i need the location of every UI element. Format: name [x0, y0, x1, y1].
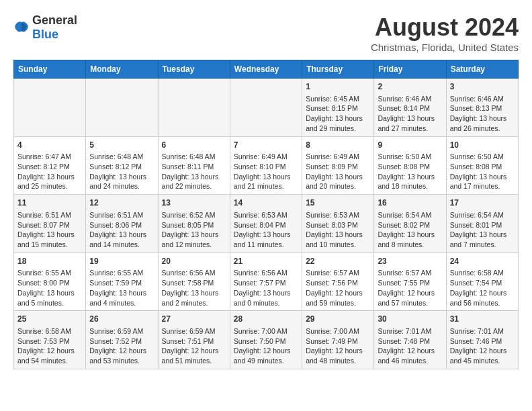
title-block: August 2024 Christmas, Florida, United S…	[371, 13, 519, 53]
day-number: 23	[378, 256, 442, 267]
week-row-5: 25Sunrise: 6:58 AMSunset: 7:53 PMDayligh…	[14, 311, 519, 369]
day-info: Sunrise: 6:54 AM	[378, 210, 442, 220]
day-info: Sunset: 8:11 PM	[162, 162, 226, 172]
day-cell-7: 7Sunrise: 6:49 AMSunset: 8:10 PMDaylight…	[230, 136, 302, 195]
day-info: Sunrise: 6:47 AM	[17, 152, 82, 162]
day-info: Daylight: 12 hours	[162, 346, 226, 356]
day-info: Daylight: 13 hours	[89, 288, 154, 298]
day-info: Sunset: 8:02 PM	[378, 220, 442, 230]
day-info: and 14 minutes.	[89, 240, 154, 250]
day-number: 19	[89, 256, 154, 267]
day-info: Sunrise: 6:53 AM	[306, 210, 370, 220]
day-info: Daylight: 13 hours	[306, 230, 370, 240]
day-info: Sunrise: 6:56 AM	[234, 268, 298, 278]
week-row-4: 18Sunrise: 6:55 AMSunset: 8:00 PMDayligh…	[14, 253, 519, 311]
day-info: and 49 minutes.	[234, 356, 298, 366]
day-cell-23: 23Sunrise: 6:57 AMSunset: 7:55 PMDayligh…	[374, 253, 446, 311]
day-info: and 17 minutes.	[450, 181, 515, 191]
day-info: Sunrise: 6:46 AM	[378, 94, 442, 104]
empty-cell	[86, 79, 158, 137]
day-info: and 15 minutes.	[17, 240, 82, 250]
day-info: Sunrise: 6:49 AM	[234, 152, 298, 162]
day-info: Sunset: 7:58 PM	[162, 278, 226, 288]
day-info: and 53 minutes.	[89, 356, 154, 366]
empty-cell	[14, 79, 86, 137]
empty-cell	[230, 79, 302, 137]
day-info: Sunrise: 6:54 AM	[450, 210, 515, 220]
day-info: Daylight: 12 hours	[306, 288, 370, 298]
day-cell-15: 15Sunrise: 6:53 AMSunset: 8:03 PMDayligh…	[302, 195, 374, 253]
day-info: and 25 minutes.	[17, 181, 82, 191]
day-info: Sunrise: 6:50 AM	[378, 152, 442, 162]
day-info: Daylight: 13 hours	[306, 172, 370, 182]
day-info: Sunrise: 6:48 AM	[89, 152, 154, 162]
day-info: and 26 minutes.	[450, 124, 515, 134]
day-info: Sunset: 8:00 PM	[17, 278, 82, 288]
day-number: 21	[234, 256, 298, 267]
day-info: Daylight: 13 hours	[450, 113, 515, 124]
day-info: Sunrise: 6:52 AM	[162, 210, 226, 220]
day-info: and 0 minutes.	[234, 298, 298, 308]
header-monday: Monday	[86, 60, 158, 79]
day-number: 26	[89, 314, 154, 325]
day-number: 5	[89, 140, 154, 151]
day-number: 4	[17, 140, 82, 151]
day-cell-19: 19Sunrise: 6:55 AMSunset: 7:59 PMDayligh…	[86, 253, 158, 311]
day-info: Daylight: 13 hours	[162, 172, 226, 182]
day-info: Daylight: 13 hours	[234, 288, 298, 298]
day-info: Sunset: 7:59 PM	[89, 278, 154, 288]
day-info: Daylight: 13 hours	[162, 230, 226, 240]
day-cell-4: 4Sunrise: 6:47 AMSunset: 8:12 PMDaylight…	[14, 136, 86, 195]
day-number: 29	[306, 314, 370, 325]
day-number: 11	[17, 197, 82, 209]
day-info: Sunset: 8:05 PM	[162, 220, 226, 230]
day-info: Sunrise: 6:48 AM	[162, 152, 226, 162]
day-cell-20: 20Sunrise: 6:56 AMSunset: 7:58 PMDayligh…	[158, 253, 230, 311]
day-number: 8	[306, 140, 370, 151]
day-info: Sunset: 8:08 PM	[378, 162, 442, 172]
day-info: Daylight: 12 hours	[450, 346, 515, 356]
day-number: 24	[450, 256, 515, 267]
day-info: Daylight: 13 hours	[450, 172, 515, 182]
day-info: Sunrise: 6:45 AM	[306, 94, 370, 104]
day-info: Sunrise: 6:51 AM	[17, 210, 82, 220]
day-info: Sunset: 8:12 PM	[89, 162, 154, 172]
day-cell-22: 22Sunrise: 6:57 AMSunset: 7:56 PMDayligh…	[302, 253, 374, 311]
day-info: Sunset: 7:53 PM	[17, 336, 82, 347]
day-info: Daylight: 12 hours	[17, 346, 82, 356]
logo-blue: Blue	[32, 28, 58, 41]
day-info: Sunset: 7:57 PM	[234, 278, 298, 288]
day-info: Daylight: 13 hours	[234, 172, 298, 182]
day-cell-9: 9Sunrise: 6:50 AMSunset: 8:08 PMDaylight…	[374, 136, 446, 195]
day-cell-27: 27Sunrise: 6:59 AMSunset: 7:51 PMDayligh…	[158, 311, 230, 369]
day-number: 17	[450, 197, 515, 209]
day-info: Sunrise: 6:55 AM	[89, 268, 154, 278]
logo-text: General Blue	[32, 13, 77, 42]
day-info: and 51 minutes.	[162, 356, 226, 366]
day-info: Daylight: 13 hours	[378, 113, 442, 124]
header-wednesday: Wednesday	[230, 60, 302, 79]
day-info: Daylight: 13 hours	[306, 113, 370, 124]
day-info: Daylight: 13 hours	[450, 230, 515, 240]
day-info: Sunset: 7:49 PM	[306, 336, 370, 347]
empty-cell	[158, 79, 230, 137]
day-info: Sunrise: 6:57 AM	[378, 268, 442, 278]
day-info: Daylight: 12 hours	[378, 288, 442, 298]
day-info: Sunset: 7:56 PM	[306, 278, 370, 288]
day-info: and 10 minutes.	[306, 240, 370, 250]
day-info: and 20 minutes.	[306, 181, 370, 191]
day-number: 18	[17, 256, 82, 267]
day-cell-14: 14Sunrise: 6:53 AMSunset: 8:04 PMDayligh…	[230, 195, 302, 253]
day-cell-30: 30Sunrise: 7:01 AMSunset: 7:48 PMDayligh…	[374, 311, 446, 369]
day-info: Sunset: 7:51 PM	[162, 336, 226, 347]
day-cell-21: 21Sunrise: 6:56 AMSunset: 7:57 PMDayligh…	[230, 253, 302, 311]
day-info: and 8 minutes.	[378, 240, 442, 250]
day-cell-25: 25Sunrise: 6:58 AMSunset: 7:53 PMDayligh…	[14, 311, 86, 369]
calendar-header-row: SundayMondayTuesdayWednesdayThursdayFrid…	[14, 60, 519, 79]
day-info: Sunrise: 6:56 AM	[162, 268, 226, 278]
day-info: Sunrise: 6:59 AM	[89, 326, 154, 336]
day-number: 31	[450, 314, 515, 325]
day-info: Sunrise: 7:01 AM	[378, 326, 442, 336]
day-number: 2	[378, 81, 442, 93]
day-cell-16: 16Sunrise: 6:54 AMSunset: 8:02 PMDayligh…	[374, 195, 446, 253]
